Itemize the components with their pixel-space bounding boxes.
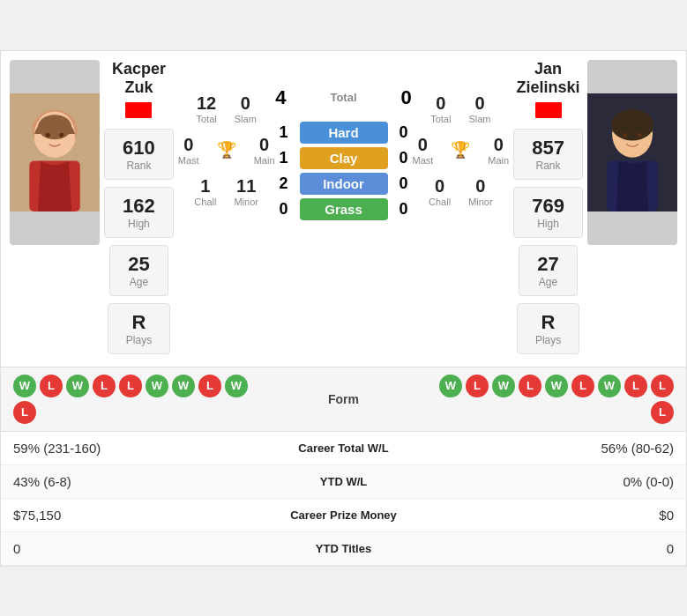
main-container: Kacper Zuk 610 Rank 162 High 25 Age R Pl… <box>0 50 687 567</box>
left-chall-label: Chall <box>194 197 216 207</box>
total-left: 4 <box>275 86 286 109</box>
total-label: Total <box>330 91 356 104</box>
right-slam-value: 0 <box>474 93 484 114</box>
right-slam-label: Slam <box>468 114 490 124</box>
right-plays-value: R <box>535 311 561 334</box>
left-age-value: 25 <box>128 253 149 276</box>
svg-point-11 <box>623 132 627 137</box>
right-high-value: 769 <box>532 195 564 218</box>
surface-row: 2 Indoor 0 <box>275 173 413 195</box>
right-player-flag <box>535 102 562 118</box>
surface-badge-clay: Clay <box>300 147 388 169</box>
left-plays-value: R <box>126 311 152 334</box>
right-total-label: Total <box>430 114 451 124</box>
surface-badge-grass: Grass <box>300 198 388 220</box>
surface-right-count: 0 <box>395 200 413 219</box>
right-age-box: 27 Age <box>519 245 577 296</box>
stats-center: YTD Titles <box>256 542 432 555</box>
left-secondary-stats: 12 Total 0 Slam 0 Mast 🏆 0 Main <box>178 60 275 358</box>
surface-left-count: 2 <box>275 174 293 193</box>
left-slam-label: Slam <box>235 114 257 124</box>
left-player-photo <box>10 60 100 245</box>
right-mast-label: Mast <box>413 155 434 166</box>
stats-row: 0 YTD Titles 0 <box>1 532 686 566</box>
form-badge-l: L <box>624 375 647 397</box>
surface-row: 1 Clay 0 <box>275 147 413 169</box>
form-badge-l: L <box>466 375 489 397</box>
right-plays-box: R Plays <box>517 303 579 354</box>
right-main-value: 0 <box>494 135 504 155</box>
right-plays-label: Plays <box>535 334 561 346</box>
svg-point-12 <box>638 132 642 137</box>
stats-row: 43% (6-8) YTD W/L 0% (0-0) <box>1 465 686 499</box>
left-total-value: 12 <box>197 93 216 114</box>
form-badge-l: L <box>198 375 221 397</box>
right-minor-value: 0 <box>475 176 485 197</box>
form-badge-w: W <box>146 375 168 397</box>
right-minor-label: Minor <box>468 197 493 207</box>
comparison-section: Kacper Zuk 610 Rank 162 High 25 Age R Pl… <box>1 51 686 367</box>
stats-center: Career Total W/L <box>256 442 432 455</box>
left-chall-value: 1 <box>200 176 210 197</box>
form-label: Form <box>273 392 414 406</box>
left-slam-value: 0 <box>241 93 250 114</box>
right-player-name: Jan Zielinski <box>513 60 583 97</box>
form-badge-w: W <box>545 375 568 397</box>
stats-center: YTD W/L <box>256 475 432 488</box>
form-badge-w: W <box>172 375 195 397</box>
total-row: 4 Total 0 <box>275 86 412 109</box>
stats-row: $75,150 Career Prize Money $0 <box>1 499 686 532</box>
surface-right-count: 0 <box>395 174 413 193</box>
surface-left-count: 1 <box>275 149 293 167</box>
left-plays-box: R Plays <box>108 303 170 354</box>
left-form-badges: WLWLLWWLWL <box>13 375 273 424</box>
right-trophy-icon: 🏆 <box>451 140 470 160</box>
right-rank-box: 857 Rank <box>513 129 583 180</box>
left-player-info: Kacper Zuk 610 Rank 162 High 25 Age R Pl… <box>100 60 178 358</box>
left-minor-label: Minor <box>234 197 258 207</box>
svg-point-6 <box>59 132 63 137</box>
stats-right: 0% (0-0) <box>432 474 675 489</box>
surface-row: 1 Hard 0 <box>275 122 413 144</box>
left-age-box: 25 Age <box>109 245 168 296</box>
form-badge-w: W <box>439 375 462 397</box>
stats-left: 0 <box>13 541 256 556</box>
total-right: 0 <box>401 86 412 109</box>
surface-badge-hard: Hard <box>300 122 388 144</box>
right-player-photo <box>587 60 677 245</box>
form-badge-l: L <box>651 401 674 424</box>
right-main-label: Main <box>488 155 509 166</box>
left-plays-label: Plays <box>126 334 152 346</box>
right-mast-value: 0 <box>418 135 428 155</box>
right-high-label: High <box>532 218 564 230</box>
stats-left: $75,150 <box>13 508 256 523</box>
stats-left: 43% (6-8) <box>13 474 256 489</box>
left-mast-value: 0 <box>183 135 193 155</box>
left-main-label: Main <box>254 155 275 166</box>
right-secondary-stats: 0 Total 0 Slam 0 Mast 🏆 0 Main <box>413 60 510 358</box>
stats-right: 56% (80-62) <box>432 441 675 456</box>
head-to-head-col: 4 Total 0 1 Hard 0 1 Clay 0 2 Indoor 0 0… <box>275 60 413 358</box>
surface-left-count: 1 <box>275 123 293 142</box>
right-age-value: 27 <box>537 253 558 276</box>
form-badge-w: W <box>225 375 248 397</box>
form-section: WLWLLWWLWL Form WLWLWLWLLL <box>1 367 686 432</box>
left-total-label: Total <box>197 114 217 124</box>
left-player-flag <box>125 102 152 118</box>
stats-row: 59% (231-160) Career Total W/L 56% (80-6… <box>1 432 686 465</box>
form-badge-l: L <box>571 375 594 397</box>
stats-right: $0 <box>432 508 675 523</box>
left-player-name: Kacper Zuk <box>104 60 174 97</box>
surface-badge-indoor: Indoor <box>300 173 388 195</box>
right-form-badges: WLWLWLWLLL <box>414 375 675 424</box>
surface-right-count: 0 <box>395 123 413 142</box>
form-badge-l: L <box>13 401 36 424</box>
left-high-label: High <box>123 218 155 230</box>
stats-right: 0 <box>432 541 675 556</box>
left-age-label: Age <box>128 276 149 288</box>
left-minor-value: 11 <box>236 176 256 197</box>
left-rank-box: 610 Rank <box>104 129 174 180</box>
form-badge-w: W <box>492 375 515 397</box>
left-trophy-icon: 🏆 <box>217 140 236 160</box>
surfaces-container: 1 Hard 0 1 Clay 0 2 Indoor 0 0 Grass 0 <box>275 118 413 224</box>
